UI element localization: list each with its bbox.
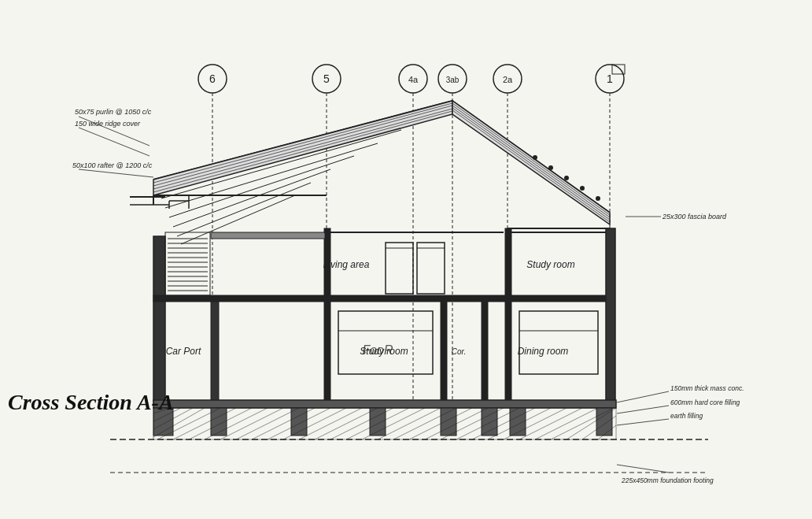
svg-text:4a: 4a xyxy=(408,75,419,84)
svg-text:earth filling: earth filling xyxy=(670,412,703,420)
svg-rect-58 xyxy=(441,302,447,402)
svg-point-39 xyxy=(533,155,537,160)
svg-point-40 xyxy=(548,165,553,170)
svg-text:50x75 purlin @ 1050 c/c: 50x75 purlin @ 1050 c/c xyxy=(75,108,152,116)
svg-text:6: 6 xyxy=(209,72,216,85)
svg-point-42 xyxy=(580,186,585,191)
svg-rect-59 xyxy=(482,302,488,402)
svg-text:25x300 fascia board: 25x300 fascia board xyxy=(662,213,727,221)
svg-text:Living area: Living area xyxy=(323,259,370,270)
svg-text:Study room: Study room xyxy=(526,259,574,270)
drawing-area: 6 5 4a 3ab 2a 1 xyxy=(0,0,812,519)
svg-point-43 xyxy=(596,196,600,201)
svg-rect-53 xyxy=(153,295,610,302)
svg-rect-60 xyxy=(505,302,511,402)
svg-rect-57 xyxy=(324,302,330,402)
svg-text:Cross Section A-A: Cross Section A-A xyxy=(8,390,174,414)
svg-text:50x100 rafter @ 1200 c/c: 50x100 rafter @ 1200 c/c xyxy=(72,161,153,169)
svg-text:150 wide ridge cover: 150 wide ridge cover xyxy=(75,120,141,128)
svg-text:3ab: 3ab xyxy=(446,76,460,84)
svg-text:5: 5 xyxy=(323,72,330,85)
svg-text:Study room: Study room xyxy=(360,346,408,357)
svg-text:Cor.: Cor. xyxy=(452,347,467,356)
svg-rect-56 xyxy=(505,228,511,295)
svg-rect-0 xyxy=(0,0,812,519)
svg-text:Dining room: Dining room xyxy=(518,346,569,357)
svg-point-41 xyxy=(564,176,569,180)
svg-text:2a: 2a xyxy=(503,75,513,84)
svg-text:150mm thick mass conc.: 150mm thick mass conc. xyxy=(670,384,744,392)
svg-rect-51 xyxy=(153,236,165,402)
svg-text:225x450mm foundation footing: 225x450mm foundation footing xyxy=(621,476,714,484)
svg-rect-52 xyxy=(211,299,219,402)
svg-rect-62 xyxy=(211,232,325,239)
svg-text:600mm hard core filling: 600mm hard core filling xyxy=(670,399,740,406)
svg-rect-61 xyxy=(153,400,616,408)
svg-rect-54 xyxy=(606,228,615,402)
svg-text:Car Port: Car Port xyxy=(166,346,201,357)
